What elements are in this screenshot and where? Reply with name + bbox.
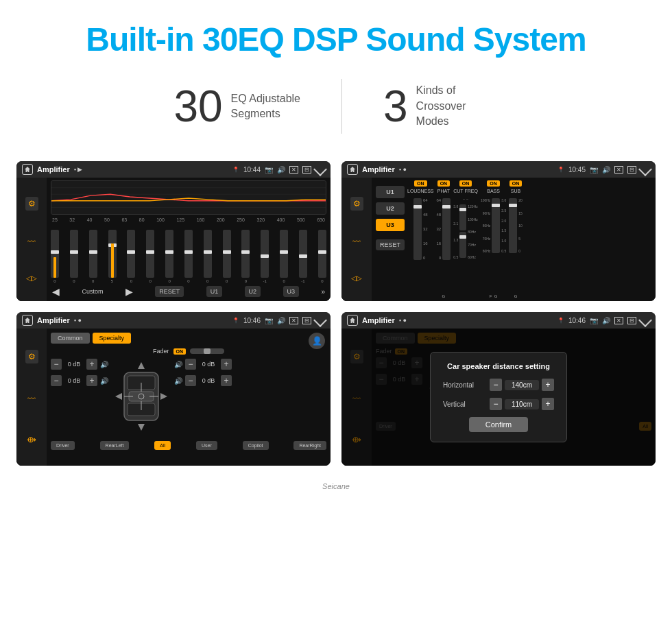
- horizontal-stepper[interactable]: − 140cm +: [490, 379, 554, 391]
- vol-fr-plus[interactable]: +: [221, 359, 232, 370]
- camera-icon-3: 📷: [265, 317, 273, 324]
- eq-settings-icon[interactable]: ⚙: [25, 197, 38, 211]
- btn-driver[interactable]: Driver: [51, 441, 75, 450]
- vol-fr-minus[interactable]: −: [185, 359, 196, 370]
- app-title-4: Amplifier: [362, 316, 395, 324]
- left-panel-1: ⚙ 〰 ◁▷: [16, 178, 47, 301]
- btn-rearleft[interactable]: RearLeft: [100, 441, 130, 450]
- home-icon-1[interactable]: [22, 164, 33, 175]
- fader-label: Fader: [153, 348, 169, 355]
- watermark: Seicane: [0, 479, 672, 496]
- slider-32: 0: [70, 230, 78, 283]
- statusbar-3: Amplifier ▪ ● 📍 10:46 📷 🔊 ✕ ⊟: [16, 312, 331, 329]
- prev-arrow[interactable]: ◀: [52, 286, 60, 297]
- btn-user[interactable]: User: [196, 441, 217, 450]
- svg-marker-17: [160, 393, 167, 400]
- back-icon-4[interactable]: [638, 313, 652, 327]
- expand-icon-1: »: [321, 288, 325, 296]
- person-icon-3: 👤: [309, 333, 325, 349]
- home-icon-2[interactable]: [347, 164, 358, 175]
- eq-freq-labels: 2532405063 80100125160200 25032040050063…: [51, 217, 326, 222]
- ch-sub-on: ON: [509, 180, 523, 187]
- eq-volume-icon[interactable]: ◁▷: [26, 274, 37, 282]
- tab-specialty-3[interactable]: Specialty: [93, 333, 132, 344]
- vertical-minus[interactable]: −: [490, 398, 502, 410]
- fader-on-badge: ON: [173, 348, 187, 355]
- vertical-stepper[interactable]: − 110cm +: [490, 398, 554, 410]
- vol-rr-plus[interactable]: +: [221, 375, 232, 386]
- u1-btn-2[interactable]: U1: [376, 186, 405, 198]
- pin-icon-2: 📍: [557, 167, 564, 173]
- stat-crossover-number: 3: [383, 84, 408, 128]
- slider-500: -1: [299, 230, 307, 283]
- svg-rect-0: [51, 181, 326, 214]
- crossover-settings-icon[interactable]: ⚙: [350, 197, 363, 211]
- preset-label: Custom: [82, 288, 103, 295]
- sp-settings-icon[interactable]: ⚙: [25, 350, 38, 363]
- time-4: 10:46: [568, 317, 586, 324]
- vol-rl-plus[interactable]: +: [86, 375, 97, 386]
- volume-icon-2: 🔊: [602, 166, 610, 174]
- vol-rl-minus[interactable]: −: [51, 375, 62, 386]
- vertical-value: 110cm: [505, 399, 539, 409]
- stat-eq-desc: EQ Adjustable Segments: [231, 91, 300, 122]
- sp-wave-icon[interactable]: 〰: [27, 394, 36, 404]
- fader-slider[interactable]: [190, 348, 224, 354]
- stat-eq: 30 EQ Adjustable Segments: [132, 84, 341, 128]
- back-icon-2[interactable]: [638, 163, 652, 176]
- minimize-icon-2: ⊟: [627, 166, 636, 174]
- u2-btn-2[interactable]: U2: [376, 202, 405, 215]
- statusbar-1: Amplifier ▪ ▶ 📍 10:44 📷 🔊 ✕ ⊟: [16, 161, 331, 178]
- back-icon-3[interactable]: [313, 313, 327, 327]
- slider-125: 0: [184, 230, 193, 283]
- vertical-plus[interactable]: +: [542, 398, 554, 410]
- horizontal-plus[interactable]: +: [542, 379, 554, 391]
- camera-icon-2: 📷: [590, 166, 598, 174]
- car-diagram: [114, 359, 169, 437]
- u1-btn-1[interactable]: U1: [206, 286, 223, 297]
- dialog-overlay: Car speaker distance setting Horizontal …: [341, 329, 656, 466]
- stat-crossover: 3 Kinds of Crossover Modes: [342, 83, 540, 129]
- tab-common-3[interactable]: Common: [51, 333, 90, 344]
- btn-rearright[interactable]: RearRight: [293, 441, 326, 450]
- ch-bass-label: BASS: [487, 189, 500, 193]
- right-vol-controls: 🔊 − 0 dB + 🔊 − 0 dB +: [174, 359, 232, 386]
- distance-dialog: Car speaker distance setting Horizontal …: [430, 352, 567, 442]
- dialog-title: Car speaker distance setting: [443, 362, 554, 370]
- reset-btn-1[interactable]: RESET: [155, 286, 184, 297]
- svg-marker-16: [115, 393, 122, 400]
- slider-63: 0: [127, 230, 135, 283]
- crossover-wave-icon[interactable]: 〰: [352, 237, 361, 247]
- eq-graph: [51, 180, 326, 215]
- btn-copilot[interactable]: Copilot: [243, 441, 269, 450]
- vol-fl-minus[interactable]: −: [51, 359, 62, 370]
- u3-btn-1[interactable]: U3: [283, 286, 300, 297]
- app-title-1: Amplifier: [37, 165, 70, 174]
- vertical-label: Vertical: [443, 401, 481, 408]
- sp-bt-icon[interactable]: ⟴: [27, 435, 36, 444]
- vol-rl-db: 0 dB: [64, 377, 84, 384]
- btn-all[interactable]: All: [154, 441, 171, 450]
- home-icon-3[interactable]: [22, 315, 33, 326]
- volume-icon-1: 🔊: [277, 166, 285, 174]
- ch-bass-on: ON: [487, 180, 500, 187]
- home-icon-4[interactable]: [347, 315, 358, 326]
- time-2: 10:45: [568, 166, 586, 174]
- u-selector: U1 U2 U3 RESET: [376, 180, 405, 298]
- u3-btn-2[interactable]: U3: [376, 219, 405, 231]
- back-icon-1[interactable]: [313, 163, 327, 176]
- crossover-volume-icon[interactable]: ◁▷: [351, 274, 362, 282]
- eq-sliders-row: 0 0 0: [51, 225, 326, 283]
- u2-btn-1[interactable]: U2: [245, 286, 261, 297]
- page-title: Built-in 30EQ DSP Sound System: [0, 0, 672, 65]
- next-arrow[interactable]: ▶: [125, 286, 133, 297]
- horizontal-minus[interactable]: −: [490, 379, 502, 391]
- reset-btn-2[interactable]: RESET: [376, 239, 405, 250]
- volume-icon-3: 🔊: [277, 317, 285, 324]
- eq-wave-icon[interactable]: 〰: [27, 237, 36, 247]
- vol-rr-minus[interactable]: −: [185, 375, 196, 386]
- vol-fl-plus[interactable]: +: [86, 359, 97, 370]
- pin-icon-4: 📍: [557, 318, 564, 324]
- time-3: 10:46: [243, 317, 261, 324]
- confirm-button[interactable]: Confirm: [469, 417, 529, 432]
